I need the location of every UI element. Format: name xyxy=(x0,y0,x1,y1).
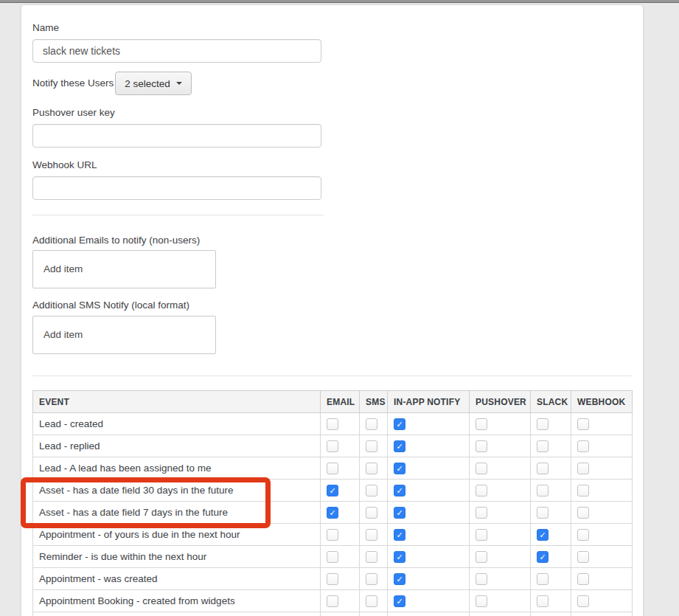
email-cell xyxy=(321,524,360,546)
inapp-notify-checkbox[interactable]: ✓ xyxy=(394,463,405,474)
email-checkbox[interactable] xyxy=(327,529,338,541)
column-header-email: EMAIL xyxy=(321,391,360,413)
email-checkbox[interactable]: ✓ xyxy=(327,485,338,496)
pushover-checkbox[interactable] xyxy=(476,485,487,496)
column-header-slack: SLACK xyxy=(531,391,571,413)
name-input[interactable] xyxy=(32,39,321,63)
inapp-notify-checkbox[interactable]: ✓ xyxy=(394,573,405,585)
slack-checkbox[interactable] xyxy=(537,573,549,585)
inapp-notify-checkbox[interactable]: ✓ xyxy=(394,485,405,496)
webhook-input[interactable] xyxy=(32,176,321,200)
pushover-cell xyxy=(470,457,531,480)
webhook-checkbox[interactable] xyxy=(577,418,589,430)
events-notification-table: EVENT EMAIL SMS IN-APP NOTIFY PUSHOVER S… xyxy=(32,390,633,616)
webhook-checkbox[interactable] xyxy=(577,595,589,607)
settings-panel: Name Notify these Users 2 selected Pusho… xyxy=(21,4,644,616)
email-cell: ✓ xyxy=(321,480,360,502)
inapp-notify-checkbox[interactable]: ✓ xyxy=(394,418,405,430)
sms-cell xyxy=(360,480,388,502)
sms-checkbox[interactable] xyxy=(366,440,377,452)
pushover-checkbox[interactable] xyxy=(476,551,487,563)
slack-cell xyxy=(531,413,571,435)
slack-checkbox[interactable] xyxy=(537,440,549,452)
inapp-notify-checkbox[interactable]: ✓ xyxy=(394,551,405,563)
slack-cell xyxy=(531,435,571,457)
pushover-checkbox[interactable] xyxy=(476,440,487,452)
notify-users-dropdown[interactable]: 2 selected xyxy=(115,72,192,95)
pushover-checkbox[interactable] xyxy=(476,529,487,541)
email-cell xyxy=(321,413,360,435)
pushover-checkbox[interactable] xyxy=(476,573,487,585)
caret-down-icon xyxy=(176,82,182,85)
sms-checkbox[interactable] xyxy=(366,573,377,585)
inapp-notify-checkbox[interactable]: ✓ xyxy=(394,595,405,607)
email-checkbox[interactable] xyxy=(327,551,338,563)
slack-checkbox[interactable] xyxy=(537,595,549,607)
inapp-notify-cell: ✓ xyxy=(388,590,470,612)
webhook-cell xyxy=(571,546,633,568)
event-name-cell xyxy=(33,612,321,616)
pushover-input[interactable] xyxy=(32,124,321,148)
slack-checkbox[interactable] xyxy=(537,418,549,430)
sms-checkbox[interactable] xyxy=(366,529,377,541)
table-row: Lead - replied✓ xyxy=(33,435,633,457)
webhook-checkbox[interactable] xyxy=(577,440,589,452)
additional-emails-add-item[interactable]: Add item xyxy=(43,263,83,274)
pushover-cell xyxy=(470,546,531,568)
webhook-checkbox[interactable] xyxy=(577,529,589,541)
sms-checkbox[interactable] xyxy=(366,485,377,496)
webhook-checkbox[interactable] xyxy=(577,463,589,474)
email-checkbox[interactable] xyxy=(327,463,338,474)
pushover-checkbox[interactable] xyxy=(476,595,487,607)
slack-cell xyxy=(531,480,571,502)
inapp-notify-checkbox[interactable]: ✓ xyxy=(394,440,405,452)
slack-cell xyxy=(531,457,571,480)
inapp-notify-checkbox[interactable]: ✓ xyxy=(394,529,405,541)
top-bar xyxy=(0,0,679,3)
sms-cell xyxy=(360,502,388,524)
pushover-checkbox[interactable] xyxy=(476,463,487,474)
slack-checkbox[interactable] xyxy=(537,507,549,519)
pushover-checkbox[interactable] xyxy=(476,418,487,430)
email-checkbox[interactable]: ✓ xyxy=(327,507,338,519)
pushover-checkbox[interactable] xyxy=(476,507,487,519)
webhook-checkbox[interactable] xyxy=(577,551,589,563)
webhook-cell xyxy=(571,480,633,502)
pushover-cell xyxy=(470,435,531,457)
webhook-checkbox[interactable] xyxy=(577,485,589,496)
table-row: Lead - A lead has been assigned to me✓ xyxy=(33,457,633,480)
slack-checkbox[interactable] xyxy=(537,463,549,474)
email-cell xyxy=(321,590,360,612)
pushover-cell xyxy=(470,413,531,435)
slack-checkbox[interactable] xyxy=(537,485,549,496)
webhook-checkbox[interactable] xyxy=(577,573,589,585)
slack-cell xyxy=(531,502,571,524)
webhook-cell xyxy=(571,502,633,524)
sms-cell xyxy=(360,590,388,612)
email-checkbox[interactable] xyxy=(327,418,338,430)
sms-checkbox[interactable] xyxy=(366,551,377,563)
webhook-cell xyxy=(571,612,633,616)
slack-cell xyxy=(531,590,571,612)
sms-checkbox[interactable] xyxy=(366,418,377,430)
sms-checkbox[interactable] xyxy=(366,507,377,519)
sms-cell xyxy=(360,435,388,457)
sms-cell xyxy=(360,524,388,546)
event-name-cell: Lead - A lead has been assigned to me xyxy=(33,457,321,480)
inapp-notify-cell xyxy=(388,612,470,616)
email-checkbox[interactable] xyxy=(327,440,338,452)
webhook-checkbox[interactable] xyxy=(577,507,589,519)
table-row: Appointment Booking - created from widge… xyxy=(33,590,633,612)
webhook-cell xyxy=(571,435,633,457)
sms-cell xyxy=(360,568,388,590)
sms-checkbox[interactable] xyxy=(366,595,377,607)
table-row: Asset - has a date field 7 days in the f… xyxy=(33,502,633,524)
inapp-notify-checkbox[interactable]: ✓ xyxy=(394,507,405,519)
sms-checkbox[interactable] xyxy=(366,463,377,474)
email-checkbox[interactable] xyxy=(327,573,338,585)
slack-checkbox[interactable]: ✓ xyxy=(537,529,549,541)
slack-checkbox[interactable]: ✓ xyxy=(537,551,549,563)
email-checkbox[interactable] xyxy=(327,595,338,607)
name-label: Name xyxy=(32,21,631,35)
additional-sms-add-item[interactable]: Add item xyxy=(43,329,83,340)
